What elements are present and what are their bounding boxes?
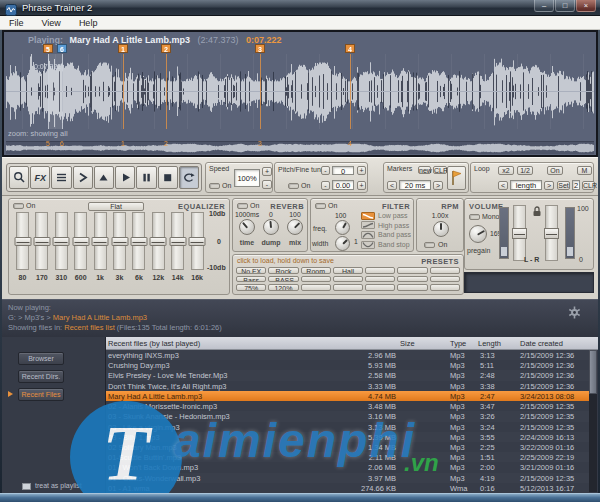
speed-on-checkbox[interactable] (209, 183, 220, 189)
eq-slider-14k[interactable] (171, 212, 184, 270)
marker-flag-5[interactable]: 5 (43, 44, 53, 53)
file-row-13[interactable]: 01 - A1.wma274.66 KBWma0:165/12/2013 16:… (106, 483, 589, 493)
column-header-0[interactable]: Recent files (by last played) (108, 339, 200, 348)
mono-checkbox[interactable] (469, 214, 480, 220)
pitch-on-checkbox[interactable] (288, 183, 299, 189)
volume-slider-left[interactable] (513, 205, 526, 261)
marker-flag-4[interactable]: 4 (345, 44, 355, 53)
loop-x2-button[interactable]: x2 (498, 166, 514, 175)
loop-clear-button[interactable]: CLR (582, 181, 595, 190)
zoom-button[interactable] (9, 166, 29, 189)
eq-slider-thumb-6k[interactable] (130, 237, 147, 246)
eq-slider-thumb-14k[interactable] (169, 237, 186, 246)
preset-empty-2-3[interactable] (333, 284, 363, 291)
eq-slider-thumb-12k[interactable] (150, 237, 167, 246)
volume-slider-right-thumb[interactable] (544, 228, 559, 239)
preset-hall[interactable]: Hall (333, 267, 363, 274)
preset-empty-0-4[interactable] (365, 267, 395, 274)
preset-empty-2-2[interactable] (301, 284, 331, 291)
eq-slider-thumb-170[interactable] (33, 237, 50, 246)
reverb-time-knob[interactable] (239, 219, 255, 235)
marker-next-button[interactable]: > (433, 181, 443, 190)
loop-prev-button[interactable]: < (498, 181, 508, 190)
rpm-on-checkbox[interactable] (424, 242, 435, 248)
file-row-12[interactable]: 01 - Oasis-Wonderwall.mp33.97 MBMp34:192… (106, 473, 589, 483)
reverb-on-checkbox[interactable] (237, 203, 248, 209)
file-row-2[interactable]: Elvis Presley - Love Me Tender.Mp32.58 M… (106, 370, 589, 380)
sidebar-browser[interactable]: Browser (18, 352, 64, 365)
waveform-display[interactable] (6, 54, 594, 129)
eq-flat-button[interactable]: Flat (88, 202, 144, 211)
eq-slider-3k[interactable] (113, 212, 126, 270)
filter-on-checkbox[interactable] (315, 203, 326, 209)
loop-set-button[interactable]: Set (557, 181, 570, 190)
fine-plus-button[interactable]: + (357, 181, 366, 190)
loop-on-button[interactable]: On (547, 166, 563, 175)
close-button[interactable]: × (576, 0, 596, 12)
volume-slider-right[interactable] (545, 205, 558, 261)
eq-slider-thumb-80[interactable] (14, 237, 31, 246)
preset-empty-0-5[interactable] (397, 267, 427, 274)
filter-mode-high-pass[interactable]: High pass (361, 221, 413, 231)
menu-item-help[interactable]: Help (70, 18, 107, 28)
file-row-8[interactable]: 03 - Billy 1.mp35.39 MBMp33:552/24/2009 … (106, 432, 589, 442)
speed-plus-button[interactable]: + (262, 167, 272, 176)
column-header-3[interactable]: Length (478, 339, 501, 348)
preset-no-fx[interactable]: No FX (236, 267, 266, 274)
reverb-mix-knob[interactable] (287, 219, 303, 235)
filter-mode-band-stop[interactable]: Band stop (361, 240, 413, 250)
eq-slider-thumb-600[interactable] (72, 237, 89, 246)
eq-slider-170[interactable] (35, 212, 48, 270)
marker-flag-1[interactable]: 1 (118, 44, 128, 53)
maximize-button[interactable]: □ (555, 0, 575, 12)
preset-empty-2-6[interactable] (430, 284, 460, 291)
marker-flag-3[interactable]: 3 (255, 44, 265, 53)
marker-flag-6[interactable]: 6 (57, 44, 67, 53)
stop-button[interactable] (158, 166, 178, 189)
filter-freq-knob[interactable] (335, 220, 350, 235)
preset-bass[interactable]: -BASS (268, 276, 298, 283)
eq-on-checkbox[interactable] (13, 203, 24, 209)
eq-slider-thumb-3k[interactable] (111, 237, 128, 246)
fx-button[interactable]: FX (30, 166, 50, 189)
menu-item-view[interactable]: View (33, 18, 70, 28)
reverb-dump-knob[interactable] (263, 219, 279, 235)
preset-bass[interactable]: Bass (236, 276, 266, 283)
file-row-1[interactable]: Crushing Day.mp35.93 MBMp35:112/15/2009 … (106, 360, 589, 370)
filter-mode-low-pass[interactable]: Low pass (361, 211, 413, 221)
preset-empty-1-4[interactable] (365, 276, 395, 283)
eq-slider-6k[interactable] (132, 212, 145, 270)
marker-flag-button[interactable] (447, 166, 466, 190)
preset-empty-1-5[interactable] (397, 276, 427, 283)
marker-prev-button[interactable]: < (387, 181, 397, 190)
preset-room[interactable]: Room (301, 267, 331, 274)
file-row-10[interactable]: 01-Scuttle Buttin'.mp32.11 MBMp31:512/25… (106, 452, 589, 462)
column-header-2[interactable]: Type (450, 339, 466, 348)
menu-item-file[interactable]: File (0, 18, 33, 28)
file-row-4[interactable]: Mary Had A Little Lamb.mp34.74 MBMp32:47… (106, 391, 589, 401)
go-to-cursor-button[interactable] (73, 166, 93, 189)
play-button[interactable] (115, 166, 135, 189)
marker-flag-2[interactable]: 2 (161, 44, 171, 53)
filter-width-knob[interactable] (335, 236, 350, 251)
eject-button[interactable] (94, 166, 114, 189)
loop-button[interactable] (179, 166, 199, 189)
rpm-knob[interactable] (433, 221, 449, 237)
titlebar[interactable]: Phrase Trainer 2 – □ × (0, 0, 600, 16)
preset-120[interactable]: 120% (268, 284, 298, 291)
eq-slider-80[interactable] (16, 212, 29, 270)
scrollbar-thumb[interactable] (589, 350, 597, 394)
preset-rock[interactable]: Rock (268, 267, 298, 274)
playlist-button[interactable] (51, 166, 71, 189)
pause-button[interactable] (136, 166, 156, 189)
lock-icon[interactable] (532, 203, 542, 221)
file-row-5[interactable]: 02 - Alanis Morissette-Ironic.mp33.48 MB… (106, 401, 589, 411)
settings-gear-icon[interactable] (568, 305, 581, 323)
pitch-plus-button[interactable]: + (357, 166, 366, 175)
pitch-minus-button[interactable]: - (321, 166, 330, 175)
fine-minus-button[interactable]: - (321, 181, 330, 190)
preset-empty-2-5[interactable] (397, 284, 427, 291)
showing-list-name[interactable]: Recent files list (64, 323, 114, 332)
speed-minus-button[interactable]: - (262, 180, 272, 189)
minimize-button[interactable]: – (534, 0, 554, 12)
